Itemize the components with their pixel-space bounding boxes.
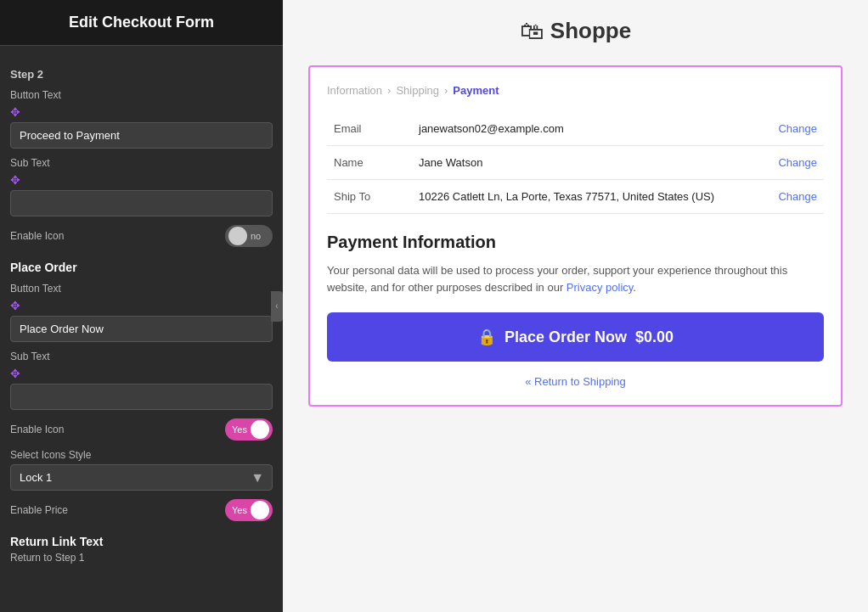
breadcrumb-sep2: › xyxy=(444,84,448,97)
place-order-lock-icon: 🔒 xyxy=(477,328,496,346)
name-change-btn[interactable]: Change xyxy=(764,146,824,180)
proceed-sub-drag-icon: ✥ xyxy=(10,173,20,187)
breadcrumb-shipping[interactable]: Shipping xyxy=(396,84,439,97)
place-order-toggle-knob xyxy=(251,420,269,439)
step2-label: Step 2 xyxy=(10,68,273,81)
proceed-button-text-input[interactable] xyxy=(10,122,273,149)
ship-to-value: 10226 Catlett Ln, La Porte, Texas 77571,… xyxy=(412,180,764,214)
right-panel: 🛍 Shoppe Information › Shipping › Paymen… xyxy=(283,0,868,612)
return-to-shipping-link[interactable]: « Return to Shipping xyxy=(327,375,824,388)
checkout-box: Information › Shipping › Payment Email j… xyxy=(308,65,843,407)
breadcrumb: Information › Shipping › Payment xyxy=(327,84,824,97)
enable-price-label: Enable Price xyxy=(10,504,68,516)
place-order-price: $0.00 xyxy=(635,328,674,346)
payment-desc-text2: . xyxy=(633,281,636,294)
collapse-icon: ‹ xyxy=(275,301,278,311)
enable-price-toggle-text: Yes xyxy=(232,505,247,515)
payment-description: Your personal data will be used to proce… xyxy=(327,262,824,295)
place-order-button-text-input[interactable] xyxy=(10,316,273,342)
return-link-value: Return to Step 1 xyxy=(10,552,273,564)
place-order-drag-icon: ✥ xyxy=(10,299,20,312)
proceed-drag-icon: ✥ xyxy=(10,105,20,119)
email-change-btn[interactable]: Change xyxy=(764,112,824,146)
place-order-enable-icon-label: Enable Icon xyxy=(10,424,64,435)
email-value: janewatson02@example.com xyxy=(412,112,764,146)
proceed-enable-icon-row: Enable Icon no xyxy=(10,225,273,247)
payment-desc-text1: Your personal data will be used to proce… xyxy=(327,264,787,294)
proceed-button-text-label: Button Text xyxy=(10,89,273,101)
enable-price-knob xyxy=(251,501,269,519)
privacy-policy-link[interactable]: Privacy policy xyxy=(566,281,634,294)
ship-to-label: Ship To xyxy=(327,180,412,214)
enable-price-row: Enable Price Yes xyxy=(10,499,273,521)
table-row: Name Jane Watson Change xyxy=(327,146,824,180)
place-order-sub-drag-icon: ✥ xyxy=(10,367,20,380)
panel-collapse-handle[interactable]: ‹ xyxy=(271,291,283,322)
left-panel: Edit Checkout Form Step 2 Button Text ✥ … xyxy=(0,0,283,612)
select-icons-input[interactable]: Lock 1 Lock 2 Cart Arrow xyxy=(10,464,273,491)
shop-logo: 🛍 Shoppe xyxy=(520,17,631,45)
name-label: Name xyxy=(327,146,412,180)
place-order-toggle-text: Yes xyxy=(232,424,247,435)
info-table: Email janewatson02@example.com Change Na… xyxy=(327,112,824,214)
table-row: Email janewatson02@example.com Change xyxy=(327,112,824,146)
panel-header: Edit Checkout Form xyxy=(0,0,283,46)
panel-content: Step 2 Button Text ✥ Sub Text ✥ Enable I… xyxy=(0,46,283,612)
place-order-sub-text-label: Sub Text xyxy=(10,351,273,362)
panel-title: Edit Checkout Form xyxy=(69,14,214,31)
place-order-button[interactable]: 🔒 Place Order Now $0.00 xyxy=(327,312,824,362)
email-label: Email xyxy=(327,112,412,146)
proceed-enable-icon-toggle[interactable]: no xyxy=(225,225,273,247)
place-order-btn-text: Place Order Now xyxy=(504,328,627,346)
place-order-sub-text-input[interactable] xyxy=(10,384,273,410)
shop-logo-text: Shoppe xyxy=(550,18,631,44)
place-order-enable-icon-row: Enable Icon Yes xyxy=(10,418,273,441)
payment-info-title: Payment Information xyxy=(327,233,824,252)
place-order-enable-icon-toggle[interactable]: Yes xyxy=(225,418,273,441)
place-order-title: Place Order xyxy=(10,261,273,274)
select-icons-label: Select Icons Style xyxy=(10,449,273,461)
return-link-label: Return Link Text xyxy=(10,535,273,548)
breadcrumb-information[interactable]: Information xyxy=(327,84,382,97)
enable-price-toggle[interactable]: Yes xyxy=(225,499,273,521)
table-row: Ship To 10226 Catlett Ln, La Porte, Texa… xyxy=(327,180,824,214)
proceed-enable-icon-label: Enable Icon xyxy=(10,230,64,242)
proceed-toggle-text: no xyxy=(251,231,261,241)
name-value: Jane Watson xyxy=(412,146,764,180)
select-icons-wrapper: Lock 1 Lock 2 Cart Arrow ▼ xyxy=(10,464,273,491)
ship-to-change-btn[interactable]: Change xyxy=(764,180,824,214)
breadcrumb-sep1: › xyxy=(387,84,391,97)
shop-logo-icon: 🛍 xyxy=(520,17,544,45)
proceed-sub-text-input[interactable] xyxy=(10,190,273,216)
breadcrumb-payment: Payment xyxy=(453,84,499,97)
proceed-sub-text-label: Sub Text xyxy=(10,157,273,169)
proceed-toggle-knob xyxy=(228,227,247,245)
place-order-button-text-label: Button Text xyxy=(10,283,273,295)
